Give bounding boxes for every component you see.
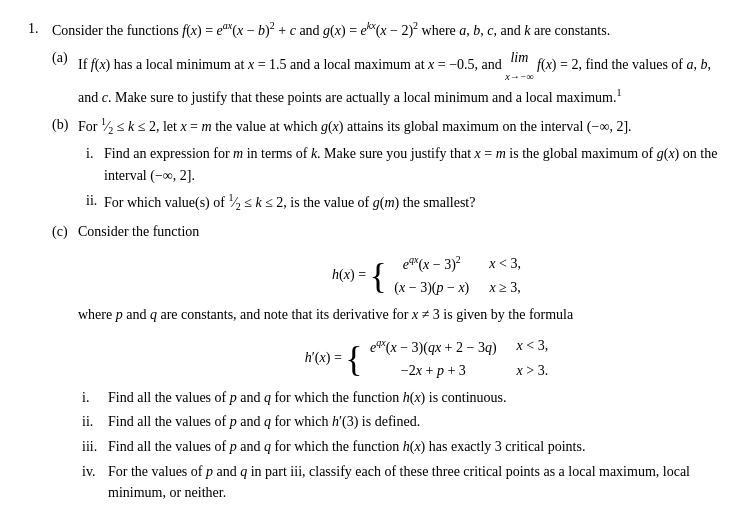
- part-b-body: For 1⁄2 ≤ k ≤ 2, let x = m the value at …: [78, 114, 719, 215]
- hprime-cond1: x < 3,: [513, 334, 553, 359]
- problem-number: 1. Consider the functions f(x) = eax(x −…: [28, 18, 719, 504]
- problem-body: Consider the functions f(x) = eax(x − b)…: [52, 18, 719, 504]
- big-brace-hx: {: [370, 255, 387, 295]
- hx-row2: (x − 3)(p − x) x ≥ 3,: [390, 276, 525, 300]
- hx-cond2: x ≥ 3,: [485, 276, 525, 300]
- part-c-label: (c): [52, 221, 74, 243]
- subpart-b-ii-body: For which value(s) of 1⁄2 ≤ k ≤ 2, is th…: [104, 190, 719, 215]
- problem-container: 1. Consider the functions f(x) = eax(x −…: [28, 18, 719, 504]
- subpart-b-i-body: Find an expression for m in terms of k. …: [104, 143, 719, 186]
- subpart-c-iii: iii. Find all the values of p and q for …: [78, 436, 719, 458]
- subpart-c-ii-body: Find all the values of p and q for which…: [108, 411, 719, 433]
- hprime-cond2: x > 3.: [513, 359, 553, 383]
- hprime-expr1: eqx(x − 3)(qx + 2 − 3q): [366, 334, 512, 359]
- hprime-row2: −2x + p + 3 x > 3.: [366, 359, 552, 383]
- subpart-c-iii-label: iii.: [78, 436, 104, 458]
- hprime-formula: h′(x) = { eqx(x − 3)(qx + 2 − 3q) x < 3,…: [138, 334, 719, 383]
- subpart-b-i: i. Find an expression for m in terms of …: [78, 143, 719, 186]
- subpart-c-ii: ii. Find all the values of p and q for w…: [78, 411, 719, 433]
- problem-num-label: 1.: [28, 18, 46, 40]
- problem-intro: Consider the functions f(x) = eax(x − b)…: [52, 23, 610, 38]
- hprime-expr2: −2x + p + 3: [366, 359, 512, 383]
- hx-formula: h(x) = { eqx(x − 3)2 x < 3, (x − 3)(p − …: [138, 251, 719, 300]
- hx-expr2: (x − 3)(p − x): [390, 276, 485, 300]
- subpart-b-ii: ii. For which value(s) of 1⁄2 ≤ k ≤ 2, i…: [78, 190, 719, 215]
- where-note: where p and q are constants, and note th…: [78, 307, 573, 322]
- subpart-b-i-label: i.: [78, 143, 100, 165]
- part-a: (a) If f(x) has a local minimum at x = 1…: [52, 47, 719, 108]
- hprime-label: h′(x) =: [305, 349, 346, 364]
- subpart-c-i-label: i.: [78, 387, 104, 409]
- part-b-label: (b): [52, 114, 74, 136]
- subpart-c-iv-body: For the values of p and q in part iii, c…: [108, 461, 719, 504]
- part-a-body: If f(x) has a local minimum at x = 1.5 a…: [78, 47, 719, 108]
- subpart-c-i: i. Find all the values of p and q for wh…: [78, 387, 719, 409]
- subpart-c-ii-label: ii.: [78, 411, 104, 433]
- subpart-c-i-body: Find all the values of p and q for which…: [108, 387, 719, 409]
- big-brace-hprime: {: [345, 338, 362, 378]
- hx-cond1: x < 3,: [485, 251, 525, 276]
- hprime-row1: eqx(x − 3)(qx + 2 − 3q) x < 3,: [366, 334, 552, 359]
- subpart-c-iv: iv. For the values of p and q in part ii…: [78, 461, 719, 504]
- part-c: (c) Consider the function h(x) = { eqx(x…: [52, 221, 719, 504]
- part-b: (b) For 1⁄2 ≤ k ≤ 2, let x = m the value…: [52, 114, 719, 215]
- part-a-label: (a): [52, 47, 74, 69]
- hx-row1: eqx(x − 3)2 x < 3,: [390, 251, 525, 276]
- part-c-body: Consider the function h(x) = { eqx(x − 3…: [78, 221, 719, 504]
- hx-label: h(x) =: [332, 267, 369, 282]
- subpart-b-ii-label: ii.: [78, 190, 100, 212]
- subpart-c-iii-body: Find all the values of p and q for which…: [108, 436, 719, 458]
- subpart-c-iv-label: iv.: [78, 461, 104, 483]
- hx-expr1: eqx(x − 3)2: [390, 251, 485, 276]
